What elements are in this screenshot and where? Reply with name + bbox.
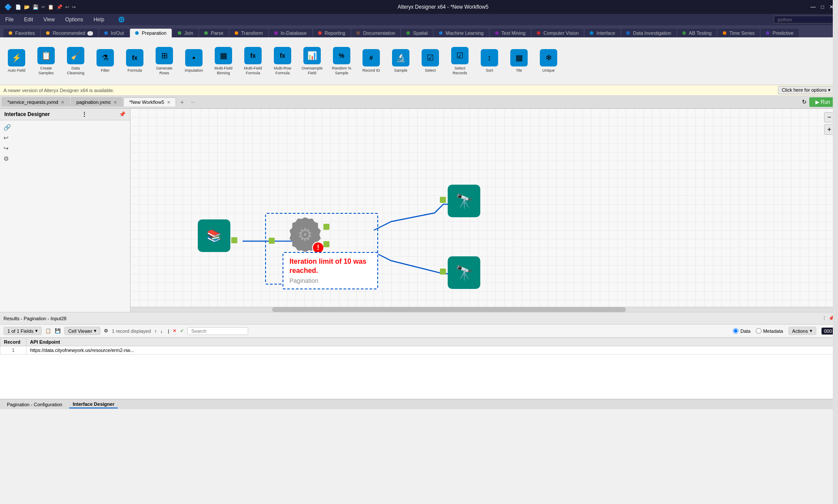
close-tab-2[interactable]: ✕ bbox=[113, 100, 117, 105]
more-tabs-button[interactable]: ··· bbox=[187, 97, 199, 107]
undo-icon[interactable]: ↩ bbox=[65, 4, 69, 10]
tab-transform[interactable]: Transform bbox=[229, 29, 268, 37]
tool-oversamplefield[interactable]: 📊 Oversample Field bbox=[299, 45, 325, 77]
tab-predictive[interactable]: Predictive bbox=[761, 29, 798, 37]
tool-multifieldbin[interactable]: ▦ Multi-Field Binning bbox=[210, 45, 236, 77]
loop-node[interactable]: ⚙ ! bbox=[288, 217, 323, 252]
tool-selectrecords[interactable]: ☑ Select Records bbox=[447, 45, 473, 77]
results-search-input[interactable] bbox=[187, 327, 248, 335]
check-icon[interactable]: ✓ bbox=[180, 328, 184, 334]
tab-favorites[interactable]: Favorites bbox=[3, 29, 40, 37]
tab-parse[interactable]: Parse bbox=[199, 29, 229, 37]
browse-bottom-node[interactable]: 🔭 bbox=[448, 256, 480, 289]
refresh-icon[interactable]: ↻ bbox=[802, 99, 807, 105]
tab-spatial[interactable]: Spatial bbox=[401, 29, 433, 37]
search-input[interactable] bbox=[774, 16, 835, 23]
tool-imputation[interactable]: ▪ Imputation bbox=[181, 47, 207, 75]
col-record: Record bbox=[0, 338, 27, 346]
menu-file[interactable]: File bbox=[3, 16, 15, 23]
tool-filter[interactable]: ⚗ Filter bbox=[92, 47, 118, 75]
tab-timeseries[interactable]: Time Series bbox=[718, 29, 760, 37]
tab-inout[interactable]: In/Out bbox=[99, 29, 129, 37]
globe-icon[interactable]: 🌐 bbox=[116, 16, 126, 23]
cell-api-endpoint: https://data.cityofnewyork.us/resource/e… bbox=[27, 346, 838, 355]
tool-sort[interactable]: ↕ Sort bbox=[476, 47, 502, 75]
tool-formula[interactable]: fx Formula bbox=[122, 47, 148, 75]
close-tab-3[interactable]: ✕ bbox=[167, 100, 170, 105]
paste-icon[interactable]: 📌 bbox=[57, 4, 63, 10]
tab-service-requests[interactable]: *service_requests.yxmd ✕ bbox=[2, 97, 70, 106]
tab-computervision[interactable]: Computer Vision bbox=[532, 29, 584, 37]
tab-documentation[interactable]: Documentation bbox=[351, 29, 400, 37]
new-icon[interactable]: 📄 bbox=[15, 4, 21, 10]
save-icon[interactable]: 💾 bbox=[33, 4, 39, 10]
fields-dropdown[interactable]: 1 of 1 Fields ▾ bbox=[3, 327, 42, 335]
menu-view[interactable]: View bbox=[42, 16, 57, 23]
input-node[interactable]: 📚 bbox=[198, 219, 230, 252]
results-options-icon[interactable]: ⋮ bbox=[822, 315, 827, 321]
tool-generaterows[interactable]: ⊞ Generate Rows bbox=[151, 45, 177, 77]
cut-icon[interactable]: ✂ bbox=[41, 4, 45, 10]
sidebar-tool-3[interactable]: ↪ bbox=[3, 144, 127, 153]
run-button[interactable]: ▶ Run bbox=[809, 97, 836, 107]
tool-select[interactable]: ☑ Select bbox=[417, 47, 443, 75]
copy-icon[interactable]: 📋 bbox=[48, 4, 54, 10]
tab-pagination[interactable]: pagination.yxmc ✕ bbox=[71, 97, 123, 106]
down-arrow[interactable]: ↓ bbox=[160, 328, 163, 334]
menu-edit[interactable]: Edit bbox=[22, 16, 35, 23]
table-row[interactable]: 1 https://data.cityofnewyork.us/resource… bbox=[0, 346, 838, 355]
tool-unique[interactable]: ❄ Unique bbox=[535, 47, 562, 75]
bottom-tab-pagination-config[interactable]: Pagination - Configuration bbox=[3, 401, 66, 408]
canvas-area[interactable]: 📚 ⚙ ! I bbox=[130, 109, 838, 312]
tab-interface[interactable]: Interface bbox=[585, 29, 620, 37]
bottom-tab-interface-designer[interactable]: Interface Designer bbox=[69, 401, 118, 408]
tab-right-icons: ↻ ▶ Run bbox=[802, 97, 836, 107]
sidebar-tool-4[interactable]: ⚙ bbox=[3, 154, 127, 163]
tab-textmining[interactable]: Text Mining bbox=[490, 29, 531, 37]
menu-help[interactable]: Help bbox=[92, 16, 106, 23]
menu-options[interactable]: Options bbox=[63, 16, 85, 23]
open-icon[interactable]: 📂 bbox=[24, 4, 30, 10]
data-radio[interactable]: Data bbox=[733, 328, 750, 334]
tool-autofield[interactable]: ⚡ Auto Field bbox=[3, 47, 30, 75]
redo-icon[interactable]: ↪ bbox=[72, 4, 76, 10]
tool-multifieldformula[interactable]: fx Multi-Field Formula bbox=[240, 45, 266, 77]
clear-icon[interactable]: ✕ bbox=[173, 328, 176, 334]
minimize-btn[interactable]: — bbox=[811, 4, 816, 10]
filter-icon[interactable]: ⚙ bbox=[104, 328, 108, 334]
tool-multirowformula[interactable]: fx Multi-Row Formula bbox=[269, 45, 296, 77]
tab-datainvestigation[interactable]: Data Investigation bbox=[621, 29, 676, 37]
actions-dropdown[interactable]: Actions ▾ bbox=[788, 327, 816, 335]
tab-recommended[interactable]: Recommended 0 bbox=[41, 29, 98, 37]
toolbar-icon-1[interactable]: 📋 bbox=[45, 328, 51, 334]
tab-new-workflow5[interactable]: *New Workflow5 ✕ bbox=[123, 97, 176, 106]
tab-preparation[interactable]: Preparation bbox=[130, 29, 172, 37]
browse-top-node[interactable]: 🔭 bbox=[448, 185, 480, 217]
tab-indatabase[interactable]: In-Database bbox=[269, 29, 312, 37]
tool-datacleansing[interactable]: 🧹 Data Cleansing bbox=[63, 45, 89, 77]
tab-machinelearning[interactable]: Machine Learning bbox=[434, 29, 489, 37]
multifieldformula-icon: fx bbox=[244, 47, 262, 64]
tab-join[interactable]: Join bbox=[173, 29, 198, 37]
tool-createsamples[interactable]: 📋 Create Samples bbox=[33, 45, 59, 77]
maximize-btn[interactable]: □ bbox=[821, 4, 824, 10]
click-here-button[interactable]: Click here for options ▾ bbox=[778, 86, 835, 94]
tool-tile[interactable]: ▦ Tile bbox=[506, 47, 532, 75]
sidebar-tool-1[interactable]: 🔗 bbox=[3, 123, 127, 132]
sidebar-options-icon[interactable]: ⋮ bbox=[82, 111, 87, 117]
up-arrow[interactable]: ↑ bbox=[154, 328, 157, 334]
results-scrollbar-v[interactable] bbox=[833, 338, 838, 399]
tab-reporting[interactable]: Reporting bbox=[313, 29, 351, 37]
tool-sample[interactable]: 🔬 Sample bbox=[388, 47, 414, 75]
canvas-scrollbar-h[interactable] bbox=[130, 307, 838, 312]
cell-viewer-dropdown[interactable]: Cell Viewer ▾ bbox=[64, 327, 100, 335]
toolbar-icon-2[interactable]: 💾 bbox=[55, 328, 61, 334]
metadata-radio[interactable]: Metadata bbox=[756, 328, 783, 334]
close-tab-1[interactable]: ✕ bbox=[61, 100, 64, 105]
add-tab-button[interactable]: + bbox=[177, 97, 187, 107]
sidebar-tool-2[interactable]: ↩ bbox=[3, 133, 127, 142]
tool-recordid[interactable]: # Record ID bbox=[358, 47, 384, 75]
tool-randompct[interactable]: % Random % Sample bbox=[329, 45, 355, 77]
tab-abtesting[interactable]: AB Testing bbox=[677, 29, 717, 37]
sidebar-pin-icon[interactable]: 📌 bbox=[119, 111, 126, 117]
